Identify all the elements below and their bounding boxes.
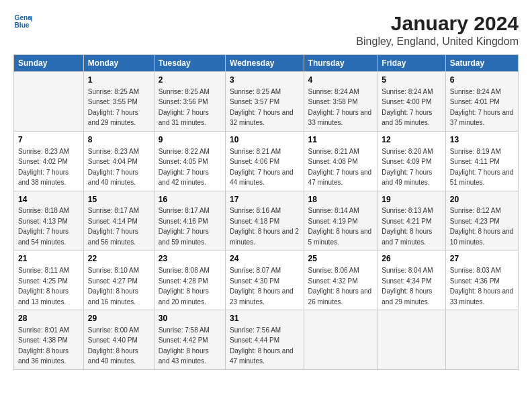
day-header-wednesday: Wednesday xyxy=(226,55,304,72)
day-header-thursday: Thursday xyxy=(304,55,378,72)
cell-info: Sunrise: 8:24 AMSunset: 4:01 PMDaylight:… xyxy=(450,88,514,127)
calendar-cell xyxy=(14,72,84,132)
cell-info: Sunrise: 8:25 AMSunset: 3:57 PMDaylight:… xyxy=(230,88,294,127)
cell-date: 25 xyxy=(308,253,373,265)
cell-date: 10 xyxy=(230,134,300,146)
logo: General Blue xyxy=(13,12,32,31)
cell-date: 12 xyxy=(382,134,441,146)
calendar-cell xyxy=(378,310,445,370)
cell-date: 17 xyxy=(230,194,300,205)
cell-info: Sunrise: 8:20 AMSunset: 4:09 PMDaylight:… xyxy=(382,148,433,187)
cell-info: Sunrise: 7:56 AMSunset: 4:44 PMDaylight:… xyxy=(230,326,294,365)
calendar-cell: 10Sunrise: 8:21 AMSunset: 4:06 PMDayligh… xyxy=(226,131,304,191)
day-header-tuesday: Tuesday xyxy=(154,55,225,72)
week-row-4: 21Sunrise: 8:11 AMSunset: 4:25 PMDayligh… xyxy=(14,250,519,310)
cell-info: Sunrise: 8:25 AMSunset: 3:55 PMDaylight:… xyxy=(88,88,139,127)
cell-date: 26 xyxy=(382,253,441,265)
cell-date: 13 xyxy=(450,134,514,146)
cell-info: Sunrise: 8:07 AMSunset: 4:30 PMDaylight:… xyxy=(230,267,294,306)
calendar-cell: 13Sunrise: 8:19 AMSunset: 4:11 PMDayligh… xyxy=(445,131,518,191)
day-header-friday: Friday xyxy=(378,55,445,72)
calendar-cell: 23Sunrise: 8:08 AMSunset: 4:28 PMDayligh… xyxy=(154,250,225,310)
cell-date: 8 xyxy=(88,134,150,146)
cell-date: 29 xyxy=(88,313,150,324)
cell-date: 6 xyxy=(450,75,514,86)
cell-info: Sunrise: 8:04 AMSunset: 4:34 PMDaylight:… xyxy=(382,267,433,306)
week-row-5: 28Sunrise: 8:01 AMSunset: 4:38 PMDayligh… xyxy=(14,310,519,370)
cell-date: 19 xyxy=(382,194,441,205)
calendar-cell: 4Sunrise: 8:24 AMSunset: 3:58 PMDaylight… xyxy=(304,72,378,132)
cell-info: Sunrise: 8:03 AMSunset: 4:36 PMDaylight:… xyxy=(450,267,514,306)
cell-date: 27 xyxy=(450,253,514,265)
cell-date: 15 xyxy=(88,194,150,205)
page: General Blue January 2024 Bingley, Engla… xyxy=(0,0,532,411)
cell-info: Sunrise: 8:01 AMSunset: 4:38 PMDaylight:… xyxy=(18,326,69,365)
cell-info: Sunrise: 8:21 AMSunset: 4:06 PMDaylight:… xyxy=(230,148,294,187)
header: General Blue January 2024 Bingley, Engla… xyxy=(13,12,519,48)
calendar-cell xyxy=(445,310,518,370)
cell-date: 4 xyxy=(308,75,373,86)
week-row-3: 14Sunrise: 8:18 AMSunset: 4:13 PMDayligh… xyxy=(14,191,519,250)
calendar-cell: 8Sunrise: 8:23 AMSunset: 4:04 PMDaylight… xyxy=(83,131,154,191)
calendar-cell: 7Sunrise: 8:23 AMSunset: 4:02 PMDaylight… xyxy=(14,131,84,191)
calendar-table: SundayMondayTuesdayWednesdayThursdayFrid… xyxy=(13,54,519,370)
cell-info: Sunrise: 8:24 AMSunset: 4:00 PMDaylight:… xyxy=(382,88,433,127)
calendar-cell: 28Sunrise: 8:01 AMSunset: 4:38 PMDayligh… xyxy=(14,310,84,370)
cell-date: 31 xyxy=(230,313,300,324)
calendar-cell: 29Sunrise: 8:00 AMSunset: 4:40 PMDayligh… xyxy=(83,310,154,370)
calendar-cell: 9Sunrise: 8:22 AMSunset: 4:05 PMDaylight… xyxy=(154,131,225,191)
calendar-cell xyxy=(304,310,378,370)
cell-info: Sunrise: 8:00 AMSunset: 4:40 PMDaylight:… xyxy=(88,326,139,365)
cell-info: Sunrise: 8:06 AMSunset: 4:32 PMDaylight:… xyxy=(308,267,372,306)
cell-info: Sunrise: 8:17 AMSunset: 4:16 PMDaylight:… xyxy=(159,207,210,246)
cell-date: 30 xyxy=(159,313,221,324)
calendar-cell: 31Sunrise: 7:56 AMSunset: 4:44 PMDayligh… xyxy=(226,310,304,370)
calendar-cell: 3Sunrise: 8:25 AMSunset: 3:57 PMDaylight… xyxy=(226,72,304,132)
calendar-cell: 26Sunrise: 8:04 AMSunset: 4:34 PMDayligh… xyxy=(378,250,445,310)
cell-info: Sunrise: 8:11 AMSunset: 4:25 PMDaylight:… xyxy=(18,267,69,306)
week-row-1: 1Sunrise: 8:25 AMSunset: 3:55 PMDaylight… xyxy=(14,72,519,132)
cell-date: 16 xyxy=(159,194,221,205)
calendar-cell: 2Sunrise: 8:25 AMSunset: 3:56 PMDaylight… xyxy=(154,72,225,132)
calendar-cell: 25Sunrise: 8:06 AMSunset: 4:32 PMDayligh… xyxy=(304,250,378,310)
calendar-header-row: SundayMondayTuesdayWednesdayThursdayFrid… xyxy=(14,55,519,72)
cell-date: 20 xyxy=(450,194,514,205)
svg-text:Blue: Blue xyxy=(15,21,30,29)
cell-date: 2 xyxy=(159,75,221,86)
cell-date: 14 xyxy=(18,194,79,205)
calendar-cell: 27Sunrise: 8:03 AMSunset: 4:36 PMDayligh… xyxy=(445,250,518,310)
day-header-monday: Monday xyxy=(83,55,154,72)
calendar-cell: 21Sunrise: 8:11 AMSunset: 4:25 PMDayligh… xyxy=(14,250,84,310)
cell-info: Sunrise: 8:23 AMSunset: 4:02 PMDaylight:… xyxy=(18,148,69,187)
cell-info: Sunrise: 8:24 AMSunset: 3:58 PMDaylight:… xyxy=(308,88,372,127)
week-row-2: 7Sunrise: 8:23 AMSunset: 4:02 PMDaylight… xyxy=(14,131,519,191)
cell-date: 28 xyxy=(18,313,79,324)
cell-info: Sunrise: 8:18 AMSunset: 4:13 PMDaylight:… xyxy=(18,207,69,246)
cell-info: Sunrise: 8:08 AMSunset: 4:28 PMDaylight:… xyxy=(159,267,210,306)
calendar-cell: 19Sunrise: 8:13 AMSunset: 4:21 PMDayligh… xyxy=(378,191,445,250)
cell-info: Sunrise: 8:22 AMSunset: 4:05 PMDaylight:… xyxy=(159,148,210,187)
main-title: January 2024 xyxy=(356,12,519,34)
cell-date: 24 xyxy=(230,253,300,265)
calendar-cell: 1Sunrise: 8:25 AMSunset: 3:55 PMDaylight… xyxy=(83,72,154,132)
cell-date: 7 xyxy=(18,134,79,146)
calendar-cell: 24Sunrise: 8:07 AMSunset: 4:30 PMDayligh… xyxy=(226,250,304,310)
calendar-cell: 5Sunrise: 8:24 AMSunset: 4:00 PMDaylight… xyxy=(378,72,445,132)
cell-info: Sunrise: 8:16 AMSunset: 4:18 PMDaylight:… xyxy=(230,207,299,246)
cell-date: 23 xyxy=(159,253,221,265)
cell-info: Sunrise: 8:23 AMSunset: 4:04 PMDaylight:… xyxy=(88,148,139,187)
cell-info: Sunrise: 8:10 AMSunset: 4:27 PMDaylight:… xyxy=(88,267,139,306)
calendar-cell: 20Sunrise: 8:12 AMSunset: 4:23 PMDayligh… xyxy=(445,191,518,250)
cell-date: 11 xyxy=(308,134,373,146)
day-header-saturday: Saturday xyxy=(445,55,518,72)
cell-info: Sunrise: 8:21 AMSunset: 4:08 PMDaylight:… xyxy=(308,148,372,187)
calendar-cell: 14Sunrise: 8:18 AMSunset: 4:13 PMDayligh… xyxy=(14,191,84,250)
cell-date: 9 xyxy=(159,134,221,146)
cell-date: 22 xyxy=(88,253,150,265)
cell-info: Sunrise: 8:25 AMSunset: 3:56 PMDaylight:… xyxy=(159,88,210,127)
cell-info: Sunrise: 8:19 AMSunset: 4:11 PMDaylight:… xyxy=(450,148,514,187)
calendar-cell: 12Sunrise: 8:20 AMSunset: 4:09 PMDayligh… xyxy=(378,131,445,191)
day-header-sunday: Sunday xyxy=(14,55,84,72)
cell-date: 21 xyxy=(18,253,79,265)
cell-info: Sunrise: 7:58 AMSunset: 4:42 PMDaylight:… xyxy=(159,326,210,365)
